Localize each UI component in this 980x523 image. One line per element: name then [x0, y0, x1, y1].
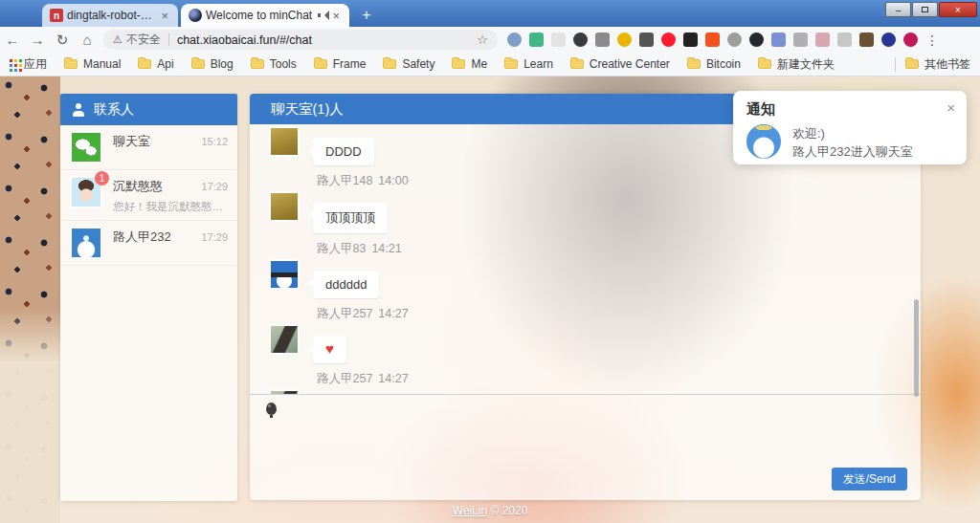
chat-message: 路人甲25714:27♥ — [250, 306, 921, 363]
bookmark-folder[interactable]: Tools — [251, 56, 297, 73]
tab-title: dingtalk-robot-sender - npm — [67, 9, 155, 22]
contact-item[interactable]: 路人甲23217:29 — [60, 221, 237, 266]
chrome-menu-icon[interactable]: ⋮ — [925, 33, 939, 48]
extension-gray-card-icon[interactable] — [837, 33, 852, 47]
extension-pink-chat-icon[interactable] — [815, 33, 830, 47]
extension-navy-star-icon[interactable] — [881, 33, 896, 47]
extension-paper-plane-icon[interactable] — [793, 33, 808, 47]
message-bubble[interactable]: dddddd — [313, 271, 379, 298]
contact-preview: 您好！我是沉默憨憨，我可以... — [113, 200, 228, 214]
new-tab-button[interactable]: + — [356, 5, 377, 26]
close-button[interactable]: × — [939, 2, 977, 17]
extension-opera-icon[interactable] — [661, 33, 676, 47]
bookmark-folder[interactable]: 新建文件夹 — [758, 56, 835, 73]
tab-close-icon[interactable]: × — [159, 9, 170, 23]
message-input[interactable]: 发送/Send — [250, 394, 921, 500]
message-bubble[interactable]: 顶顶顶顶 — [313, 203, 388, 233]
window-controls: – × — [884, 2, 977, 17]
bookmark-folder[interactable]: Learn — [504, 56, 553, 73]
folder-icon — [251, 59, 264, 69]
extension-avatar-icon[interactable] — [859, 33, 874, 47]
bookmark-folder[interactable]: Api — [138, 56, 173, 73]
chat-message: 路人甲25714:27Test — [250, 371, 921, 394]
home-icon[interactable]: ⌂ — [75, 32, 100, 48]
message-meta: 路人甲25714:27 — [317, 371, 921, 387]
bookmark-folder[interactable]: Frame — [314, 56, 367, 73]
extension-magenta-icon[interactable] — [903, 33, 918, 47]
bookmark-folder[interactable]: Blog — [191, 56, 234, 73]
broken-heart-icon: ♥ — [325, 342, 334, 355]
folder-icon — [452, 59, 465, 69]
contacts-title: 联系人 — [94, 101, 134, 119]
tab-dingtalk-robot-sender[interactable]: n dingtalk-robot-sender - npm × — [42, 4, 178, 27]
folder-icon — [905, 59, 919, 69]
contact-item[interactable]: 聊天室15:12 — [60, 125, 237, 170]
tab-close-icon[interactable]: × — [330, 9, 342, 23]
emoji-balloon-icon[interactable] — [266, 403, 277, 415]
contacts-panel: 联系人 聊天室15:121沉默憨憨17:29您好！我是沉默憨憨，我可以...路人… — [60, 94, 237, 501]
bookmark-folder[interactable]: Creative Center — [570, 56, 670, 73]
folder-icon — [504, 59, 518, 69]
messages-list: DDDD路人甲14814:00顶顶顶顶路人甲8314:21dddddd路人甲25… — [250, 124, 921, 394]
bookmark-label: Tools — [270, 57, 297, 71]
page-background: 联系人 聊天室15:121沉默憨憨17:29您好！我是沉默憨憨，我可以...路人… — [0, 76, 980, 523]
scrollbar-thumb[interactable] — [914, 299, 919, 397]
bookmark-label: 新建文件夹 — [777, 56, 835, 73]
extension-pulse-icon[interactable] — [639, 33, 654, 47]
extension-clock-icon[interactable] — [727, 33, 742, 47]
contact-time: 17:29 — [201, 181, 228, 192]
message-meta: 路人甲14814:00 — [317, 173, 921, 189]
bookmark-folders: ManualApiBlogToolsFrameSafetyMeLearnCrea… — [64, 56, 852, 73]
notification-close-icon[interactable]: × — [947, 99, 955, 116]
bookmark-apps[interactable]: 应用 — [24, 56, 47, 73]
extension-octocat-icon[interactable] — [749, 33, 764, 47]
reload-icon[interactable]: ↻ — [50, 32, 75, 49]
extension-vue-icon[interactable] — [529, 33, 544, 47]
extension-blue-swirl-icon[interactable] — [507, 33, 522, 47]
bookmark-folder[interactable]: Me — [452, 56, 487, 73]
folder-icon — [64, 59, 78, 69]
maximize-icon — [922, 7, 928, 12]
bookmarks-bar: 应用 ManualApiBlogToolsFrameSafetyMeLearnC… — [0, 53, 980, 76]
contact-name: 沉默憨憨 — [113, 178, 163, 195]
bookmark-label: Bitcoin — [706, 57, 741, 71]
contact-time: 15:12 — [201, 136, 228, 147]
doraemon-copter-avatar — [746, 124, 781, 159]
extension-color-wheel-icon[interactable] — [617, 33, 632, 47]
tab-audio-muted-icon[interactable] — [318, 11, 328, 20]
bookmark-folder[interactable]: Safety — [383, 56, 434, 73]
extension-red-grid-icon[interactable] — [705, 33, 720, 47]
message-bubble[interactable]: DDDD — [313, 138, 374, 165]
contact-avatar — [70, 227, 102, 259]
contact-item[interactable]: 1沉默憨憨17:29您好！我是沉默憨憨，我可以... — [60, 170, 237, 221]
extension-dark-moon-icon[interactable] — [573, 33, 588, 47]
back-icon[interactable]: ← — [0, 32, 25, 48]
bookmark-label: Creative Center — [590, 57, 670, 71]
extension-pale-square-icon[interactable] — [551, 33, 566, 47]
maximize-button[interactable] — [912, 2, 938, 17]
bookmark-star-icon[interactable]: ☆ — [477, 33, 488, 47]
url-text[interactable]: chat.xiaobaicai.fun/#/chat — [177, 33, 477, 47]
send-button[interactable]: 发送/Send — [832, 468, 907, 490]
message-meta: 路人甲25714:27 — [317, 306, 921, 322]
footer-link[interactable]: WeiLin — [453, 504, 487, 517]
extension-blue-badge-icon[interactable] — [771, 33, 786, 47]
background-mosaic-wall — [0, 76, 60, 523]
message-bubble[interactable]: ♥ — [313, 336, 346, 363]
bookmark-folder[interactable]: Bitcoin — [687, 56, 741, 73]
message-time: 14:00 — [378, 174, 408, 187]
apps-grid-icon[interactable] — [10, 59, 12, 62]
extension-scissors-icon[interactable] — [595, 33, 610, 47]
security-label: 不安全 — [126, 32, 161, 48]
browser-tab-bar: n dingtalk-robot-sender - npm × Welcome … — [0, 0, 980, 27]
minimize-button[interactable]: – — [885, 2, 911, 17]
bookmark-folder[interactable]: Manual — [64, 56, 121, 73]
address-bar[interactable]: ⚠ 不安全 chat.xiaobaicai.fun/#/chat ☆ — [103, 30, 498, 50]
other-bookmarks[interactable]: 其他书签 — [905, 56, 970, 73]
npm-favicon: n — [50, 9, 63, 22]
extension-qr-code-icon[interactable] — [683, 33, 698, 47]
security-warning-icon[interactable]: ⚠ — [113, 33, 122, 46]
tab-minchat[interactable]: Welcome to minChat × — [181, 4, 349, 27]
forward-icon[interactable]: → — [25, 32, 50, 48]
unread-badge: 1 — [95, 171, 109, 185]
